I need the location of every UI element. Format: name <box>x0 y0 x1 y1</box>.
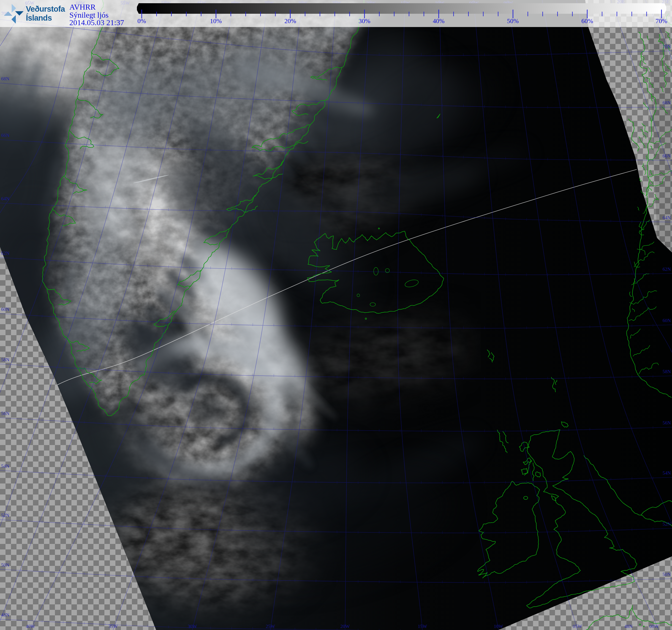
svg-text:0%: 0% <box>137 17 146 24</box>
svg-text:58N: 58N <box>1 357 9 362</box>
svg-text:54N: 54N <box>663 470 671 476</box>
svg-text:60N: 60N <box>1 307 9 312</box>
svg-text:52N: 52N <box>1 513 9 518</box>
svg-text:40%: 40% <box>433 17 445 24</box>
svg-text:62N: 62N <box>1 250 9 256</box>
svg-text:50N: 50N <box>1 562 9 568</box>
svg-text:2014.05.03 21:37: 2014.05.03 21:37 <box>69 18 124 27</box>
svg-text:25W: 25W <box>266 624 275 629</box>
svg-text:AVHRR: AVHRR <box>69 3 96 11</box>
svg-text:Veðurstofa: Veðurstofa <box>26 5 65 13</box>
svg-text:66N: 66N <box>1 132 9 138</box>
svg-text:10%: 10% <box>210 17 222 24</box>
svg-text:66N: 66N <box>663 153 671 159</box>
svg-text:70%: 70% <box>655 17 667 24</box>
svg-text:50N: 50N <box>663 572 671 577</box>
svg-text:68N: 68N <box>663 100 671 105</box>
svg-text:30W: 30W <box>188 624 197 629</box>
svg-text:30%: 30% <box>359 17 370 24</box>
svg-text:48N: 48N <box>624 624 632 629</box>
svg-text:60%: 60% <box>581 17 593 24</box>
svg-text:15W: 15W <box>418 624 427 629</box>
svg-text:62N: 62N <box>663 266 671 272</box>
svg-text:56N: 56N <box>1 411 9 416</box>
svg-text:64N: 64N <box>1 196 9 201</box>
svg-text:58N: 58N <box>663 369 671 374</box>
svg-text:50%: 50% <box>507 17 519 24</box>
svg-text:20%: 20% <box>284 17 296 24</box>
svg-text:20W: 20W <box>340 624 350 629</box>
svg-text:00W: 00W <box>649 624 659 629</box>
svg-text:48N: 48N <box>1 612 9 617</box>
svg-text:60N: 60N <box>663 318 671 323</box>
svg-text:56N: 56N <box>663 420 671 426</box>
svg-text:10W: 10W <box>494 624 503 629</box>
svg-text:52N: 52N <box>663 521 671 527</box>
svg-text:70N: 70N <box>663 44 671 49</box>
svg-text:05W: 05W <box>573 624 582 629</box>
svg-text:Íslands: Íslands <box>26 13 52 22</box>
svg-text:68N: 68N <box>1 76 9 81</box>
svg-text:40W: 40W <box>26 624 35 629</box>
svg-text:64N: 64N <box>663 215 671 220</box>
svg-text:54N: 54N <box>1 463 9 469</box>
svg-text:Sýnilegt ljós: Sýnilegt ljós <box>69 11 109 19</box>
svg-text:35W: 35W <box>109 624 118 629</box>
